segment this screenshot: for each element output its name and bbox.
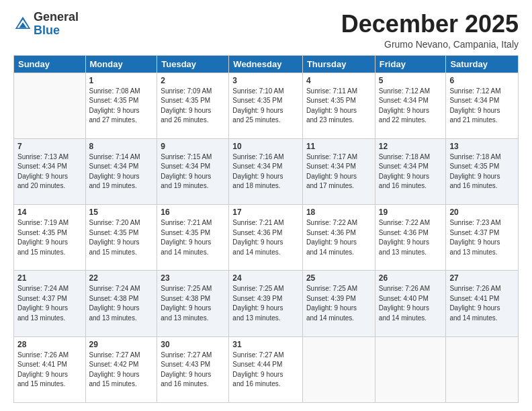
calendar-cell <box>14 73 86 138</box>
calendar-cell: 17Sunrise: 7:21 AM Sunset: 4:36 PM Dayli… <box>229 205 303 271</box>
day-number: 19 <box>379 208 443 217</box>
location: Grumo Nevano, Campania, Italy <box>341 39 519 50</box>
calendar-cell: 14Sunrise: 7:19 AM Sunset: 4:35 PM Dayli… <box>14 205 86 271</box>
calendar-cell <box>375 336 446 402</box>
column-header-tuesday: Tuesday <box>157 55 229 73</box>
day-info: Sunrise: 7:17 AM Sunset: 4:34 PM Dayligh… <box>306 152 371 191</box>
calendar-cell: 13Sunrise: 7:18 AM Sunset: 4:35 PM Dayli… <box>446 138 519 204</box>
calendar-cell: 3Sunrise: 7:10 AM Sunset: 4:35 PM Daylig… <box>229 73 303 138</box>
day-info: Sunrise: 7:22 AM Sunset: 4:36 PM Dayligh… <box>306 218 371 257</box>
calendar-cell <box>302 336 375 402</box>
column-header-sunday: Sunday <box>14 55 86 73</box>
day-info: Sunrise: 7:13 AM Sunset: 4:34 PM Dayligh… <box>17 152 82 191</box>
day-number: 22 <box>89 273 154 283</box>
page: General Blue December 2025 Grumo Nevano,… <box>0 0 532 411</box>
day-number: 13 <box>449 142 515 151</box>
calendar-cell: 9Sunrise: 7:15 AM Sunset: 4:34 PM Daylig… <box>157 138 229 204</box>
calendar-cell: 21Sunrise: 7:24 AM Sunset: 4:37 PM Dayli… <box>14 271 86 336</box>
day-info: Sunrise: 7:12 AM Sunset: 4:34 PM Dayligh… <box>449 87 515 126</box>
day-info: Sunrise: 7:27 AM Sunset: 4:42 PM Dayligh… <box>89 351 154 390</box>
day-info: Sunrise: 7:24 AM Sunset: 4:37 PM Dayligh… <box>17 284 82 323</box>
calendar-cell: 5Sunrise: 7:12 AM Sunset: 4:34 PM Daylig… <box>375 73 446 138</box>
day-info: Sunrise: 7:25 AM Sunset: 4:39 PM Dayligh… <box>306 284 371 323</box>
day-number: 20 <box>449 208 515 217</box>
day-number: 16 <box>161 208 225 217</box>
calendar-table: SundayMondayTuesdayWednesdayThursdayFrid… <box>13 55 519 403</box>
calendar-cell: 29Sunrise: 7:27 AM Sunset: 4:42 PM Dayli… <box>85 336 157 402</box>
calendar-row: 1Sunrise: 7:08 AM Sunset: 4:35 PM Daylig… <box>14 73 519 138</box>
day-info: Sunrise: 7:23 AM Sunset: 4:37 PM Dayligh… <box>449 218 515 257</box>
calendar-cell: 18Sunrise: 7:22 AM Sunset: 4:36 PM Dayli… <box>302 205 375 271</box>
day-number: 29 <box>89 340 154 349</box>
day-info: Sunrise: 7:20 AM Sunset: 4:35 PM Dayligh… <box>89 218 154 257</box>
calendar-cell: 26Sunrise: 7:26 AM Sunset: 4:40 PM Dayli… <box>375 271 446 336</box>
calendar-cell: 30Sunrise: 7:27 AM Sunset: 4:43 PM Dayli… <box>157 336 229 402</box>
day-info: Sunrise: 7:21 AM Sunset: 4:36 PM Dayligh… <box>232 218 299 257</box>
logo-text: General Blue <box>34 11 79 38</box>
calendar-cell: 4Sunrise: 7:11 AM Sunset: 4:35 PM Daylig… <box>302 73 375 138</box>
calendar-cell: 27Sunrise: 7:26 AM Sunset: 4:41 PM Dayli… <box>446 271 519 336</box>
calendar-cell: 19Sunrise: 7:22 AM Sunset: 4:36 PM Dayli… <box>375 205 446 271</box>
day-number: 8 <box>89 142 154 151</box>
calendar-cell: 20Sunrise: 7:23 AM Sunset: 4:37 PM Dayli… <box>446 205 519 271</box>
logo-icon <box>13 15 32 34</box>
day-info: Sunrise: 7:15 AM Sunset: 4:34 PM Dayligh… <box>161 152 225 191</box>
day-info: Sunrise: 7:10 AM Sunset: 4:35 PM Dayligh… <box>232 87 299 126</box>
day-number: 10 <box>232 142 299 151</box>
day-info: Sunrise: 7:26 AM Sunset: 4:41 PM Dayligh… <box>17 351 82 390</box>
calendar-cell: 22Sunrise: 7:24 AM Sunset: 4:38 PM Dayli… <box>85 271 157 336</box>
month-title: December 2025 <box>341 11 519 38</box>
calendar-cell: 24Sunrise: 7:25 AM Sunset: 4:39 PM Dayli… <box>229 271 303 336</box>
day-info: Sunrise: 7:19 AM Sunset: 4:35 PM Dayligh… <box>17 218 82 257</box>
calendar-cell: 23Sunrise: 7:25 AM Sunset: 4:38 PM Dayli… <box>157 271 229 336</box>
day-number: 23 <box>161 273 225 283</box>
day-info: Sunrise: 7:14 AM Sunset: 4:34 PM Dayligh… <box>89 152 154 191</box>
day-number: 15 <box>89 208 154 217</box>
header: General Blue December 2025 Grumo Nevano,… <box>13 11 519 50</box>
day-info: Sunrise: 7:18 AM Sunset: 4:35 PM Dayligh… <box>449 152 515 191</box>
day-number: 4 <box>306 76 371 85</box>
day-info: Sunrise: 7:09 AM Sunset: 4:35 PM Dayligh… <box>161 87 225 126</box>
calendar-cell: 10Sunrise: 7:16 AM Sunset: 4:34 PM Dayli… <box>229 138 303 204</box>
calendar-row: 7Sunrise: 7:13 AM Sunset: 4:34 PM Daylig… <box>14 138 519 204</box>
day-number: 2 <box>161 76 225 85</box>
calendar-header-row: SundayMondayTuesdayWednesdayThursdayFrid… <box>14 55 519 73</box>
day-info: Sunrise: 7:26 AM Sunset: 4:41 PM Dayligh… <box>449 284 515 323</box>
column-header-monday: Monday <box>85 55 157 73</box>
day-number: 27 <box>449 273 515 283</box>
day-number: 26 <box>379 273 443 283</box>
day-info: Sunrise: 7:08 AM Sunset: 4:35 PM Dayligh… <box>89 87 154 126</box>
day-number: 6 <box>449 76 515 85</box>
day-number: 5 <box>379 76 443 85</box>
day-info: Sunrise: 7:16 AM Sunset: 4:34 PM Dayligh… <box>232 152 299 191</box>
day-info: Sunrise: 7:12 AM Sunset: 4:34 PM Dayligh… <box>379 87 443 126</box>
day-info: Sunrise: 7:25 AM Sunset: 4:39 PM Dayligh… <box>232 284 299 323</box>
calendar-cell: 25Sunrise: 7:25 AM Sunset: 4:39 PM Dayli… <box>302 271 375 336</box>
column-header-saturday: Saturday <box>446 55 519 73</box>
calendar-cell: 6Sunrise: 7:12 AM Sunset: 4:34 PM Daylig… <box>446 73 519 138</box>
column-header-friday: Friday <box>375 55 446 73</box>
logo-general-text: General <box>34 11 79 24</box>
title-area: December 2025 Grumo Nevano, Campania, It… <box>341 11 519 50</box>
day-info: Sunrise: 7:25 AM Sunset: 4:38 PM Dayligh… <box>161 284 225 323</box>
day-info: Sunrise: 7:18 AM Sunset: 4:34 PM Dayligh… <box>379 152 443 191</box>
day-number: 31 <box>232 340 299 349</box>
calendar-cell <box>446 336 519 402</box>
calendar-cell: 16Sunrise: 7:21 AM Sunset: 4:35 PM Dayli… <box>157 205 229 271</box>
calendar-cell: 11Sunrise: 7:17 AM Sunset: 4:34 PM Dayli… <box>302 138 375 204</box>
calendar-cell: 8Sunrise: 7:14 AM Sunset: 4:34 PM Daylig… <box>85 138 157 204</box>
calendar-row: 28Sunrise: 7:26 AM Sunset: 4:41 PM Dayli… <box>14 336 519 402</box>
day-info: Sunrise: 7:22 AM Sunset: 4:36 PM Dayligh… <box>379 218 443 257</box>
logo-blue-text: Blue <box>34 24 79 38</box>
logo: General Blue <box>13 11 79 38</box>
calendar-cell: 7Sunrise: 7:13 AM Sunset: 4:34 PM Daylig… <box>14 138 86 204</box>
day-info: Sunrise: 7:11 AM Sunset: 4:35 PM Dayligh… <box>306 87 371 126</box>
day-number: 25 <box>306 273 371 283</box>
day-number: 1 <box>89 76 154 85</box>
calendar-cell: 2Sunrise: 7:09 AM Sunset: 4:35 PM Daylig… <box>157 73 229 138</box>
calendar-cell: 15Sunrise: 7:20 AM Sunset: 4:35 PM Dayli… <box>85 205 157 271</box>
day-number: 7 <box>17 142 82 151</box>
day-number: 24 <box>232 273 299 283</box>
day-number: 9 <box>161 142 225 151</box>
day-info: Sunrise: 7:27 AM Sunset: 4:43 PM Dayligh… <box>161 351 225 390</box>
